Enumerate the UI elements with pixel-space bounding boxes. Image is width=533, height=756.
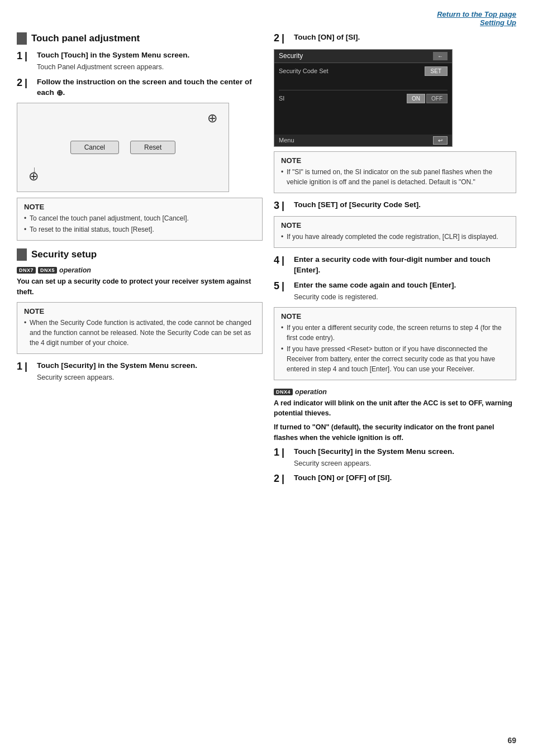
dnx4-step-divider-1: | [282, 447, 284, 459]
security-note: NOTE When the Security Code function is … [17, 302, 263, 354]
page-number: 69 [507, 736, 516, 745]
right-note-3-title: NOTE [281, 312, 509, 320]
dnx4-badge-row: DNX4 operation [274, 388, 516, 396]
main-content: Touch panel adjustment 1 | Touch [Touch]… [17, 32, 516, 490]
step-number-1: 1 [17, 50, 22, 63]
right-step-divider-3: | [282, 200, 284, 212]
dnx4-step-1-label: Touch [Security] in the System Menu scre… [294, 447, 516, 457]
security-step-divider-1: | [25, 361, 27, 373]
security-setup-section: Security setup DNX7 DNX5 operation You c… [17, 248, 263, 382]
sec-si-label: SI [279, 95, 284, 102]
right-note-3-item-0: If you enter a different security code, … [281, 323, 509, 343]
step-1-desc: Touch Panel Adjustment screen appears. [37, 62, 263, 73]
step-2-label: Follow the instruction on the screen and… [37, 77, 263, 98]
cancel-button[interactable]: Cancel [70, 141, 119, 154]
dnx4-step-num-1: 1 [274, 447, 279, 459]
right-step-4: 4 | Enter a security code with four-digi… [274, 255, 516, 276]
right-step-2-label: Touch [ON] of [SI]. [294, 32, 516, 43]
security-color-bar [17, 248, 27, 261]
right-note-2: NOTE If you have already completed the c… [274, 216, 516, 248]
top-links: Return to the Top page Setting Up [17, 10, 516, 27]
security-note-title: NOTE [24, 307, 255, 315]
badge-row: DNX7 DNX5 operation [17, 266, 263, 274]
sec-off-button[interactable]: OFF [426, 94, 448, 103]
touch-panel-section-header: Touch panel adjustment [17, 32, 263, 45]
dnx4-step-1-content: Touch [Security] in the System Menu scre… [294, 447, 516, 469]
dnx5-badge: DNX5 [38, 267, 57, 274]
dnx4-step-2-label: Touch [ON] or [OFF] of [SI]. [294, 473, 516, 484]
security-step-1-content: Touch [Security] in the System Menu scre… [37, 361, 263, 383]
right-note-3-item-1: If you have pressed <Reset> button or if… [281, 344, 509, 374]
crosshair-inline-icon: ⊕ [56, 88, 63, 97]
sec-on-button[interactable]: ON [407, 94, 425, 103]
arrow-down-icon: ↓ [32, 164, 37, 176]
step-number-2: 2 [17, 77, 22, 89]
page-wrapper: Return to the Top page Setting Up Touch … [0, 0, 533, 756]
arrow-up-icon: ↑ [210, 111, 215, 123]
top-page-link[interactable]: Return to the Top page [17, 10, 516, 18]
touch-panel-note: NOTE To cancel the touch panel adjustmen… [17, 198, 263, 241]
dnx4-operation-label: operation [295, 388, 327, 396]
right-step-num-3: 3 [274, 200, 279, 212]
right-note-1-title: NOTE [281, 156, 509, 165]
left-step-1: 1 | Touch [Touch] in the System Menu scr… [17, 50, 263, 73]
right-step-num-5: 5 [274, 280, 279, 293]
right-step-num-2: 2 [274, 32, 279, 45]
dnx4-section: DNX4 operation A red indicator will blin… [274, 388, 516, 485]
sec-menu-label: Menu [279, 137, 294, 143]
sec-si-row: SI ON OFF [279, 94, 448, 103]
security-step-1: 1 | Touch [Security] in the System Menu … [17, 361, 263, 383]
right-step-num-4: 4 [274, 255, 279, 267]
sec-body: Security Code Set SET SI ON OFF [274, 63, 452, 110]
right-step-2-top: 2 | Touch [ON] of [SI]. [274, 32, 516, 45]
touch-panel-title: Touch panel adjustment [31, 33, 140, 44]
security-desc: You can set up a security code to protec… [17, 276, 263, 298]
right-step-5-label: Enter the same code again and touch [Ent… [294, 280, 516, 291]
right-step-divider-4: | [282, 255, 284, 267]
right-step-3-content: Touch [SET] of [Security Code Set]. [294, 200, 516, 212]
right-note-3: NOTE If you enter a different security c… [274, 307, 516, 380]
security-step-1-label: Touch [Security] in the System Menu scre… [37, 361, 263, 371]
right-step-5: 5 | Enter the same code again and touch … [274, 280, 516, 303]
note-item-1-1: To reset to the initial status, touch [R… [24, 224, 255, 235]
right-step-divider-5: | [282, 280, 284, 293]
right-column: 2 | Touch [ON] of [SI]. Security ← Secur… [274, 32, 516, 490]
right-note-1: NOTE If "SI" is turned on, the SI indica… [274, 151, 516, 193]
right-step-divider-2: | [282, 32, 284, 45]
operation-label: operation [59, 266, 91, 274]
right-step-3: 3 | Touch [SET] of [Security Code Set]. [274, 200, 516, 212]
step-2-content: Follow the instruction on the screen and… [37, 77, 263, 98]
sec-back-arrow[interactable]: ← [433, 52, 448, 60]
dnx4-step-1: 1 | Touch [Security] in the System Menu … [274, 447, 516, 469]
step-divider: | [25, 50, 27, 63]
security-step-1-desc: Security screen appears. [37, 372, 263, 383]
note-item-1-0: To cancel the touch panel adjustment, to… [24, 213, 255, 223]
sec-code-label: Security Code Set [279, 68, 329, 74]
dnx4-desc-2: If turned to "ON" (default), the securit… [274, 422, 516, 443]
left-column: Touch panel adjustment 1 | Touch [Touch]… [17, 32, 263, 490]
sec-code-row: Security Code Set SET [279, 66, 448, 76]
setting-up-link[interactable]: Setting Up [17, 18, 516, 27]
sec-footer-back-btn[interactable]: ↩ [433, 136, 448, 145]
dnx4-step-2-content: Touch [ON] or [OFF] of [SI]. [294, 473, 516, 485]
right-note-1-item-0: If "SI" is turned on, the SI indicator o… [281, 167, 509, 187]
dnx4-badge: DNX4 [274, 389, 293, 395]
right-step-2-content: Touch [ON] of [SI]. [294, 32, 516, 45]
sec-screen-header: Security ← [274, 50, 452, 63]
section-color-bar [17, 32, 27, 45]
right-step-4-content: Enter a security code with four-digit nu… [294, 255, 516, 276]
sec-set-button[interactable]: SET [425, 66, 448, 76]
right-step-4-label: Enter a security code with four-digit nu… [294, 255, 516, 276]
security-setup-header: Security setup [17, 248, 263, 261]
dnx4-desc-1: A red indicator will blink on the unit a… [274, 398, 516, 419]
step-1-content: Touch [Touch] in the System Menu screen.… [37, 50, 263, 73]
right-step-5-desc: Security code is registered. [294, 292, 516, 303]
dnx4-step-num-2: 2 [274, 473, 279, 485]
right-step-5-content: Enter the same code again and touch [Ent… [294, 280, 516, 303]
right-note-2-item-0: If you have already completed the code r… [281, 232, 509, 242]
reset-button[interactable]: Reset [130, 141, 175, 154]
sec-separator [279, 79, 448, 90]
sec-footer: Menu ↩ [274, 135, 452, 146]
right-note-2-title: NOTE [281, 221, 509, 229]
dnx4-step-1-desc: Security screen appears. [294, 458, 516, 469]
